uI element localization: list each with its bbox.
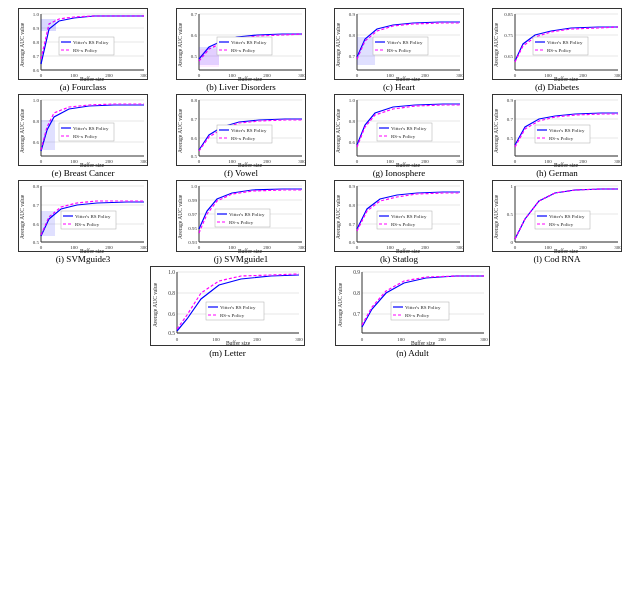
svg-text:0.7: 0.7 [507,117,514,122]
svg-text:200: 200 [421,159,429,164]
svg-text:0.9: 0.9 [507,98,514,103]
svg-text:1: 1 [511,184,514,189]
svg-text:Vitter's RS Policy: Vitter's RS Policy [405,305,441,310]
svg-text:200: 200 [263,245,271,250]
svg-text:RS-x Policy: RS-x Policy [391,222,416,227]
svg-text:RS-x Policy: RS-x Policy [220,313,245,318]
svg-text:200: 200 [105,73,113,78]
svg-text:0: 0 [514,245,517,250]
chart-c: 0.9 0.8 0.7 0 100 200 300 Vitter's RS Po… [334,8,464,92]
chart-c-label: (c) Heart [383,82,415,92]
svg-text:Vitter's RS Policy: Vitter's RS Policy [75,214,111,219]
svg-text:0.8: 0.8 [353,290,360,296]
chart-i: 0.8 0.7 0.6 0.5 0 100 200 300 Vitter's R… [18,180,148,264]
page: 1.0 0.9 0.8 0.7 0.6 0 100 200 300 Vitter… [0,0,640,611]
svg-text:0.6: 0.6 [349,240,356,245]
chart-g-svg: 1.0 0.8 0.6 0 100 200 300 Vitter's RS Po… [335,95,465,167]
svg-text:0.6: 0.6 [33,222,40,227]
chart-f-box: 0.8 0.7 0.6 0.5 0 100 200 300 Vitter's R… [176,94,306,166]
svg-text:300: 300 [614,73,622,78]
svg-rect-31 [199,49,219,67]
svg-text:0.7: 0.7 [353,311,360,317]
svg-text:1.0: 1.0 [33,12,40,17]
svg-text:100: 100 [544,245,552,250]
svg-text:0: 0 [198,73,201,78]
chart-i-label: (i) SVMguide3 [56,254,111,264]
svg-text:100: 100 [212,337,220,342]
svg-text:0: 0 [356,159,359,164]
chart-l-label: (l) Cod RNA [534,254,581,264]
svg-text:Average AUC value: Average AUC value [335,194,341,239]
svg-text:Buffer size: Buffer size [238,162,263,167]
svg-text:100: 100 [228,159,236,164]
svg-text:0.6: 0.6 [191,136,198,141]
svg-text:300: 300 [456,245,464,250]
svg-text:Vitter's RS Policy: Vitter's RS Policy [547,40,583,45]
svg-text:Average AUC value: Average AUC value [19,22,25,67]
chart-d-box: 0.85 0.75 0.65 0 100 200 300 Vitter's RS… [492,8,622,80]
chart-g-label: (g) Ionosphere [373,168,426,178]
chart-g-box: 1.0 0.8 0.6 0 100 200 300 Vitter's RS Po… [334,94,464,166]
svg-text:0: 0 [361,337,364,342]
svg-text:200: 200 [579,245,587,250]
svg-text:1.0: 1.0 [191,184,198,189]
svg-text:300: 300 [298,245,306,250]
svg-text:300: 300 [140,245,148,250]
svg-text:RS-x Policy: RS-x Policy [73,48,98,53]
svg-text:0.9: 0.9 [349,12,356,17]
svg-text:Buffer size: Buffer size [80,162,105,167]
chart-a: 1.0 0.9 0.8 0.7 0.6 0 100 200 300 Vitter… [18,8,148,92]
svg-text:0.8: 0.8 [349,203,356,208]
svg-text:RS-x Policy: RS-x Policy [231,136,256,141]
svg-text:300: 300 [295,337,303,342]
chart-m-box: 1.0 0.8 0.6 0.5 0 100 200 300 Vitter's R… [150,266,305,346]
chart-d-svg: 0.85 0.75 0.65 0 100 200 300 Vitter's RS… [493,9,623,81]
svg-text:Buffer size: Buffer size [396,248,421,253]
chart-a-label: (a) Fourclass [60,82,107,92]
chart-f-svg: 0.8 0.7 0.6 0.5 0 100 200 300 Vitter's R… [177,95,307,167]
svg-text:0.7: 0.7 [33,54,40,59]
svg-text:200: 200 [421,73,429,78]
svg-text:Buffer size: Buffer size [554,248,579,253]
svg-text:0.5: 0.5 [191,154,198,159]
svg-text:0.93: 0.93 [188,240,197,245]
svg-text:0.5: 0.5 [33,240,40,245]
svg-text:0.6: 0.6 [168,311,175,317]
svg-text:0: 0 [40,73,43,78]
svg-text:Buffer size: Buffer size [396,162,421,167]
svg-text:Vitter's RS Policy: Vitter's RS Policy [231,40,267,45]
chart-k-label: (k) Statlog [380,254,418,264]
svg-text:Average AUC value: Average AUC value [493,194,499,239]
svg-text:0: 0 [356,245,359,250]
svg-text:Vitter's RS Policy: Vitter's RS Policy [391,126,427,131]
row-3: 0.8 0.7 0.6 0.5 0 100 200 300 Vitter's R… [4,180,636,264]
svg-text:Average AUC value: Average AUC value [337,282,343,327]
svg-text:Buffer size: Buffer size [226,340,251,346]
svg-text:200: 200 [105,159,113,164]
svg-text:1.0: 1.0 [349,98,356,103]
svg-text:0: 0 [40,159,43,164]
svg-text:Average AUC value: Average AUC value [335,108,341,153]
chart-a-svg: 1.0 0.9 0.8 0.7 0.6 0 100 200 300 Vitter… [19,9,149,81]
svg-text:0.6: 0.6 [33,140,40,145]
svg-text:300: 300 [456,159,464,164]
svg-text:0.8: 0.8 [349,33,356,38]
svg-text:Vitter's RS Policy: Vitter's RS Policy [231,128,267,133]
svg-text:RS-x Policy: RS-x Policy [75,222,100,227]
svg-text:Buffer size: Buffer size [80,76,105,81]
chart-a-box: 1.0 0.9 0.8 0.7 0.6 0 100 200 300 Vitter… [18,8,148,80]
svg-text:0.6: 0.6 [33,68,40,73]
svg-text:Average AUC value: Average AUC value [335,22,341,67]
svg-text:RS-x Policy: RS-x Policy [231,48,256,53]
svg-text:0.65: 0.65 [504,54,513,59]
svg-text:Average AUC value: Average AUC value [19,108,25,153]
chart-k-box: 0.9 0.8 0.7 0.6 0 100 200 300 Vitter's R… [334,180,464,252]
chart-b: 0.7 0.6 0.5 0 100 200 300 Vitter's RS Po… [176,8,306,92]
svg-text:200: 200 [253,337,261,342]
svg-text:Vitter's RS Policy: Vitter's RS Policy [549,214,585,219]
svg-text:200: 200 [263,159,271,164]
svg-text:0.7: 0.7 [349,222,356,227]
svg-text:0.7: 0.7 [191,117,198,122]
svg-rect-90 [41,120,55,150]
svg-text:0.5: 0.5 [507,212,514,217]
